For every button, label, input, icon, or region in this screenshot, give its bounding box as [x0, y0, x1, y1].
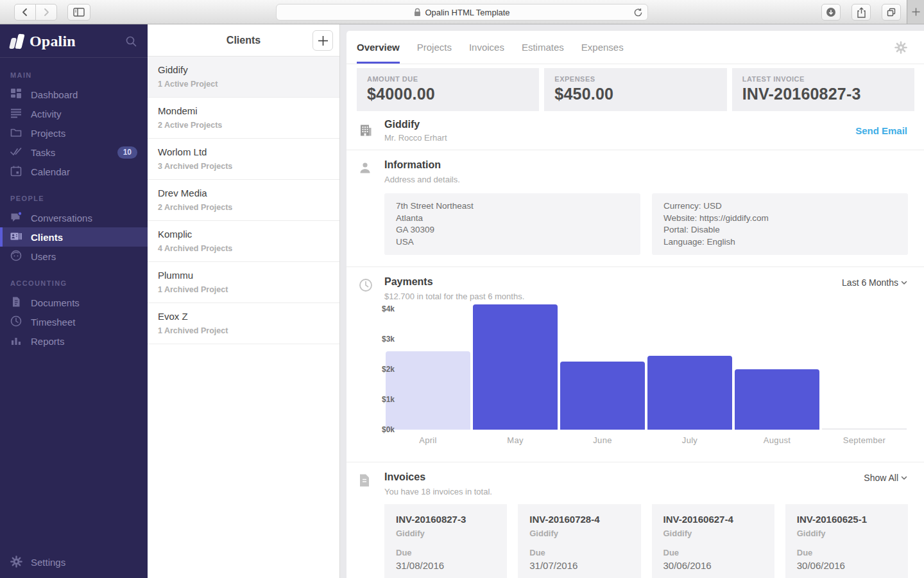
chart-plot-area: $0k $1k $2k $3k $4k [384, 309, 908, 430]
payments-bar-chart: $0k $1k $2k $3k $4k April Ma [384, 309, 908, 451]
sidebar-item-label: Reports [31, 336, 65, 347]
payments-range-dropdown[interactable]: Last 6 Months [842, 277, 908, 288]
search-button[interactable] [125, 35, 137, 48]
new-tab-button[interactable] [907, 0, 924, 24]
settings-label: Settings [31, 557, 65, 568]
sidebar-item-projects[interactable]: Projects [0, 123, 148, 143]
invoice-card-3[interactable]: INV-20160627-4 Giddify Due 30/06/2016 Am… [652, 504, 774, 578]
bar-june[interactable] [560, 362, 645, 430]
x-axis-label: June [559, 435, 646, 445]
x-axis-label: April [384, 435, 472, 445]
payments-titles: Payments $12.700 in total for the past 6… [384, 276, 524, 301]
share-button[interactable] [851, 4, 871, 21]
stats-row: AMOUNT DUE $4000.00 EXPENSES $450.00 LAT… [357, 68, 914, 111]
sidebar-item-label: Documents [31, 297, 80, 308]
client-list-item-evox-z[interactable]: Evox Z 1 Archived Project [148, 303, 339, 344]
client-name: Komplic [158, 229, 329, 240]
back-button[interactable] [14, 4, 36, 21]
add-client-button[interactable] [312, 30, 333, 51]
sidebar-section-main: MAIN Dashboard Activity Projects Tasks 1… [0, 71, 148, 181]
address-bar-title: Opalin HTML Template [425, 8, 509, 17]
invoice-card-1[interactable]: INV-20160827-3 Giddify Due 31/08/2016 Am… [384, 504, 507, 578]
client-list-item-mondemi[interactable]: Mondemi 2 Active Projects [148, 98, 339, 139]
sidebar-item-dashboard[interactable]: Dashboard [0, 85, 148, 104]
id-card-icon [10, 231, 23, 243]
tab-projects[interactable]: Projects [417, 31, 452, 64]
sidebar-item-clients[interactable]: Clients [0, 227, 148, 247]
tab-estimates[interactable]: Estimates [522, 31, 564, 64]
address-line: Atlanta [396, 213, 629, 225]
send-email-link[interactable]: Send Email [855, 125, 907, 136]
sidebar-item-tasks[interactable]: Tasks 10 [0, 143, 148, 162]
client-list-item-drev-media[interactable]: Drev Media 2 Archived Projects [148, 180, 339, 221]
chevron-down-icon [900, 279, 908, 286]
client-projects: 1 Active Project [158, 80, 329, 89]
download-icon [826, 7, 836, 17]
building-icon [359, 123, 374, 137]
client-projects: 1 Archived Project [158, 326, 329, 335]
client-name: Giddify [158, 64, 329, 75]
sidebar-item-calendar[interactable]: Calendar [0, 162, 148, 181]
bar-september[interactable] [822, 428, 907, 430]
clock-icon [359, 278, 374, 292]
bar-august[interactable] [735, 369, 819, 430]
address-bar[interactable]: Opalin HTML Template [276, 4, 648, 21]
details-box: Currency: USD Website: https://giddify.c… [652, 193, 908, 255]
tab-expenses[interactable]: Expenses [581, 31, 624, 64]
tab-invoices[interactable]: Invoices [469, 31, 504, 64]
sidebar-toggle-button[interactable] [67, 4, 90, 21]
refresh-button[interactable] [633, 8, 643, 17]
sidebar-item-reports[interactable]: Reports [0, 331, 148, 351]
sidebar-item-label: Conversations [31, 213, 92, 223]
information-section: Information Address and details. 7th Str… [346, 150, 924, 267]
sidebar-item-activity[interactable]: Activity [0, 104, 148, 123]
invoices-filter-dropdown[interactable]: Show All [864, 473, 908, 483]
invoices-header: Invoices You have 18 invoices in total. … [357, 471, 908, 496]
payments-range-label: Last 6 Months [842, 277, 898, 288]
toolbar-right-buttons [821, 4, 901, 21]
file-icon [359, 473, 374, 487]
nav-buttons [14, 4, 57, 21]
client-projects: 4 Archived Projects [158, 244, 329, 253]
bar-april[interactable] [386, 351, 470, 430]
sidebar-toggle-icon [73, 8, 85, 17]
bar-may[interactable] [473, 304, 558, 430]
sidebar-item-label: Projects [31, 128, 65, 139]
activity-icon [10, 107, 23, 120]
invoice-number: INV-20160625-1 [797, 514, 896, 525]
invoice-due-date: 31/08/2016 [396, 560, 495, 571]
chart-column-september [821, 309, 908, 430]
sidebar-section-people: PEOPLE Conversations Clients Users [0, 195, 148, 266]
tab-overview[interactable]: Overview [357, 31, 400, 64]
invoice-due-label: Due [529, 548, 629, 557]
chart-column-july [646, 309, 733, 430]
person-icon [359, 161, 374, 175]
invoice-due-label: Due [797, 548, 896, 557]
stat-amount-due: AMOUNT DUE $4000.00 [357, 68, 539, 111]
information-header: Information Address and details. [357, 159, 908, 184]
show-tabs-button[interactable] [882, 4, 901, 21]
detail-line: Website: https://giddify.com [663, 213, 896, 225]
client-list-item-komplic[interactable]: Komplic 4 Archived Projects [148, 221, 339, 262]
folder-icon [10, 127, 23, 139]
downloads-button[interactable] [821, 4, 841, 21]
invoices-section: Invoices You have 18 invoices in total. … [346, 462, 924, 578]
client-settings-button[interactable] [894, 41, 907, 54]
bar-july[interactable] [647, 356, 732, 430]
client-list-item-giddify[interactable]: Giddify 1 Active Project [148, 57, 339, 98]
invoice-due-label: Due [396, 548, 495, 557]
sidebar-item-documents[interactable]: Documents [0, 293, 148, 312]
sidebar-item-settings[interactable]: Settings [0, 552, 148, 572]
invoice-card-2[interactable]: INV-20160728-4 Giddify Due 31/07/2016 Am… [518, 504, 640, 578]
invoice-card-4[interactable]: INV-20160625-1 Giddify Due 30/06/2016 Am… [785, 504, 908, 578]
sidebar-item-users[interactable]: Users [0, 247, 148, 266]
forward-button[interactable] [35, 4, 57, 21]
client-name: Plummu [158, 270, 329, 281]
invoice-due-label: Due [663, 548, 763, 557]
client-list-item-plummu[interactable]: Plummu 1 Archived Project [148, 262, 339, 303]
sidebar-item-timesheet[interactable]: Timesheet [0, 312, 148, 331]
sidebar-item-conversations[interactable]: Conversations [0, 208, 148, 227]
section-label: PEOPLE [0, 195, 148, 202]
client-list-item-worlom-ltd[interactable]: Worlom Ltd 3 Archived Projects [148, 139, 339, 180]
calendar-icon [10, 165, 23, 178]
